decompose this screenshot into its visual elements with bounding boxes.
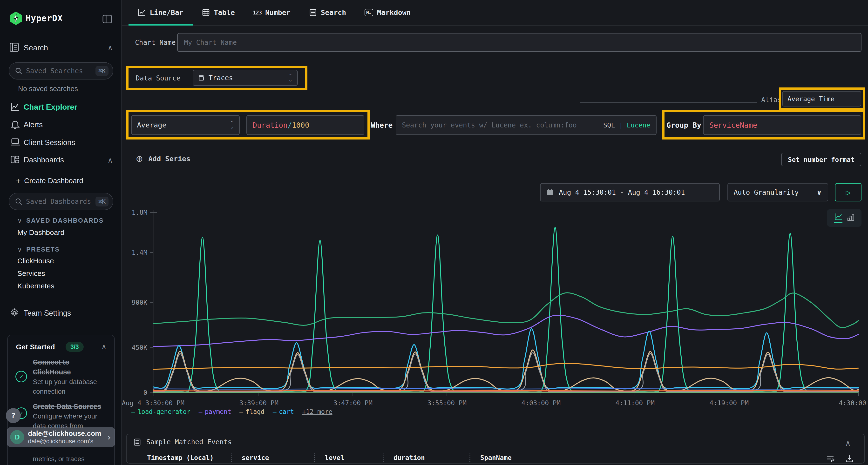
- calendar-icon: [546, 189, 554, 196]
- series-swatch: —: [240, 408, 243, 416]
- sidebar-item-label: Client Sessions: [24, 138, 75, 147]
- laptop-icon: [10, 138, 20, 148]
- sidebar-item-my-dashboard[interactable]: My Dashboard: [18, 228, 64, 237]
- column-header-level[interactable]: level: [325, 454, 344, 461]
- saved-dashboards-placeholder: Saved Dashboards: [26, 198, 95, 205]
- wrap-lines-icon[interactable]: [826, 455, 835, 464]
- tab-table[interactable]: Table: [193, 0, 244, 25]
- aggregation-select[interactable]: Average ⌃⌄: [131, 115, 240, 135]
- column-header-service[interactable]: service: [242, 454, 269, 461]
- create-dashboard-button[interactable]: + Create Dashboard: [0, 175, 122, 187]
- search-section-icon: [10, 42, 19, 53]
- dashboards-collapse-icon[interactable]: ∧: [107, 156, 113, 164]
- set-number-format-label: Set number format: [788, 156, 855, 163]
- legend-label: flagd: [246, 408, 265, 416]
- cmdk-shortcut: ⌘K: [95, 197, 108, 206]
- chevron-right-icon: ›: [107, 432, 111, 442]
- sample-events-collapse-icon[interactable]: ∧: [845, 438, 850, 447]
- play-icon: ▷: [846, 188, 850, 197]
- create-dashboard-label: Create Dashboard: [24, 176, 83, 185]
- sidebar-item-alerts[interactable]: Alerts: [0, 119, 122, 131]
- column-header-timestamp[interactable]: Timestamp (Local): [147, 454, 214, 461]
- alias-value: Average Time: [787, 95, 835, 103]
- svg-text:900K: 900K: [132, 299, 148, 306]
- saved-dashboards-input[interactable]: Saved Dashboards ⌘K: [9, 193, 113, 210]
- data-source-value: Traces: [209, 74, 233, 82]
- chart-name-input[interactable]: My Chart Name: [177, 33, 862, 52]
- saved-dashboards-group[interactable]: ∨ SAVED DASHBOARDS: [18, 217, 104, 224]
- saved-searches-placeholder: Saved Searches: [26, 67, 95, 75]
- sidebar-item-client-sessions[interactable]: Client Sessions: [0, 137, 122, 148]
- lucene-toggle[interactable]: Lucene: [627, 122, 650, 129]
- user-sub: dale@clickhouse.com's: [28, 437, 107, 445]
- expr-1000: 1000: [292, 121, 309, 129]
- sidebar-item-kubernetes[interactable]: Kubernetes: [18, 282, 54, 290]
- svg-text:3:47:00 PM: 3:47:00 PM: [333, 399, 373, 407]
- search-list-icon: [309, 8, 317, 16]
- sidebar-item-label: Alerts: [24, 121, 43, 129]
- line-chart-icon: [138, 8, 146, 16]
- time-range-input[interactable]: Aug 4 15:30:01 - Aug 4 16:30:01: [540, 183, 720, 201]
- timeseries-chart[interactable]: 0450K900K1.4M1.8MAug 4 3:30:00 PM3:39:00…: [122, 205, 868, 407]
- column-header-duration[interactable]: duration: [394, 454, 425, 461]
- tab-markdown[interactable]: M↓ Markdown: [355, 0, 420, 25]
- legend-item[interactable]: —payment: [199, 408, 231, 416]
- number-icon: 123: [253, 8, 261, 16]
- legend-item[interactable]: —cart: [273, 408, 294, 416]
- markdown-icon: M↓: [365, 9, 373, 16]
- legend-item[interactable]: —flagd: [240, 408, 265, 416]
- cmdk-shortcut: ⌘K: [95, 66, 108, 76]
- tab-search[interactable]: Search: [300, 0, 355, 25]
- chevron-down-icon: ∨: [18, 246, 22, 253]
- add-series-label: Add Series: [148, 155, 190, 163]
- search-section-collapse-icon[interactable]: ∧: [107, 43, 113, 52]
- sql-toggle[interactable]: SQL: [603, 122, 615, 129]
- svg-text:Aug 4 3:30:00 PM: Aug 4 3:30:00 PM: [122, 399, 184, 407]
- avatar-initial: D: [14, 433, 20, 441]
- collapse-sidebar-icon[interactable]: [102, 14, 112, 25]
- group-by-input[interactable]: ServiceName: [703, 115, 861, 135]
- tab-line-bar[interactable]: Line/Bar: [128, 0, 193, 25]
- alias-input[interactable]: Average Time: [782, 91, 861, 106]
- chart-type-tabs: Line/Bar Table 123 Number Search M↓ Mark…: [122, 0, 868, 26]
- sidebar-section-search[interactable]: Search: [24, 43, 48, 52]
- presets-group[interactable]: ∨ PRESETS: [18, 246, 60, 253]
- sidebar-item-clickhouse[interactable]: ClickHouse: [18, 257, 54, 265]
- user-menu[interactable]: D dale@clickhouse.com dale@clickhouse.co…: [7, 427, 115, 447]
- field-expression-input[interactable]: Duration/1000: [246, 115, 364, 135]
- get-started-collapse-icon[interactable]: ∧: [101, 342, 106, 351]
- sidebar-item-label: Chart Explorer: [24, 103, 77, 111]
- run-query-button[interactable]: ▷: [835, 183, 862, 201]
- download-icon[interactable]: [845, 455, 854, 464]
- presets-header: PRESETS: [26, 246, 60, 253]
- sidebar-item-chart-explorer[interactable]: Chart Explorer: [0, 101, 122, 113]
- toggle-divider: |: [619, 122, 623, 129]
- sidebar-item-label: Dashboards: [24, 156, 64, 164]
- column-resize-handle[interactable]: [383, 454, 383, 462]
- granularity-select[interactable]: Auto Granularity ∨: [727, 183, 828, 201]
- expr-duration: Duration: [253, 121, 288, 129]
- svg-text:4:19:00 PM: 4:19:00 PM: [709, 399, 749, 407]
- sidebar-item-team-settings[interactable]: Team Settings: [0, 307, 122, 319]
- aggregation-value: Average: [137, 121, 166, 129]
- time-range-value: Aug 4 15:30:01 - Aug 4 16:30:01: [559, 189, 685, 196]
- add-series-button[interactable]: ⊕ Add Series: [136, 154, 190, 164]
- tab-number[interactable]: 123 Number: [244, 0, 300, 25]
- where-input[interactable]: Search your events w/ Lucene ex. column:…: [396, 115, 656, 135]
- column-resize-handle[interactable]: [469, 454, 470, 462]
- tab-label: Table: [214, 8, 235, 16]
- help-button[interactable]: ?: [6, 408, 21, 423]
- sidebar-item-dashboards[interactable]: Dashboards ∧: [0, 154, 122, 166]
- set-number-format-button[interactable]: Set number format: [781, 153, 861, 166]
- chart-name-placeholder: My Chart Name: [184, 38, 237, 46]
- sidebar-item-services[interactable]: Services: [18, 269, 45, 277]
- saved-searches-input[interactable]: Saved Searches ⌘K: [9, 62, 113, 79]
- column-header-spanname[interactable]: SpanName: [480, 454, 512, 461]
- column-resize-handle[interactable]: [231, 454, 232, 462]
- legend-item[interactable]: —load-generator: [131, 408, 190, 416]
- data-source-select[interactable]: Traces ⌃⌄: [193, 70, 298, 86]
- column-resize-handle[interactable]: [314, 454, 315, 462]
- search-icon: [15, 198, 22, 205]
- legend-more-link[interactable]: +12 more: [302, 408, 332, 416]
- series-swatch: —: [131, 408, 135, 416]
